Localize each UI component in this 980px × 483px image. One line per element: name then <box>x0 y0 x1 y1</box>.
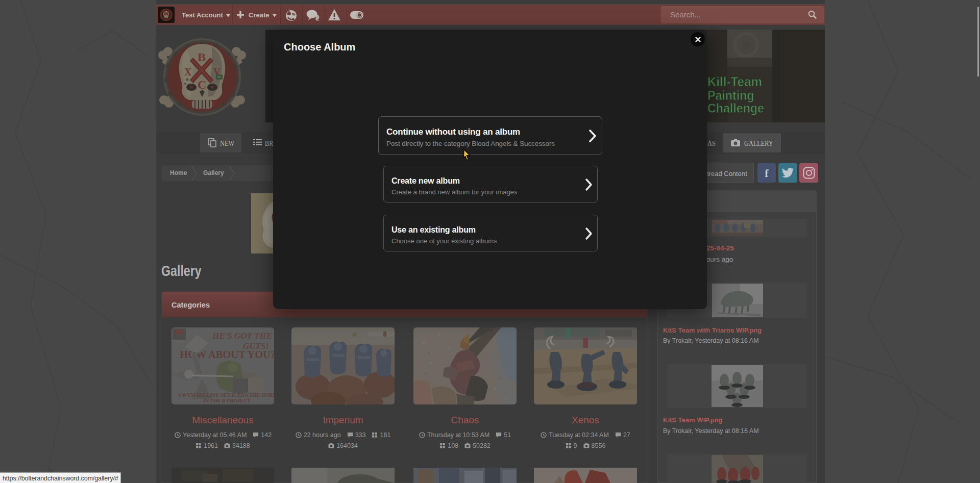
svg-text:Painting: Painting <box>707 88 754 103</box>
svg-text:Challenge: Challenge <box>707 101 764 115</box>
svg-text:Kill-Team: Kill-Team <box>707 74 762 89</box>
